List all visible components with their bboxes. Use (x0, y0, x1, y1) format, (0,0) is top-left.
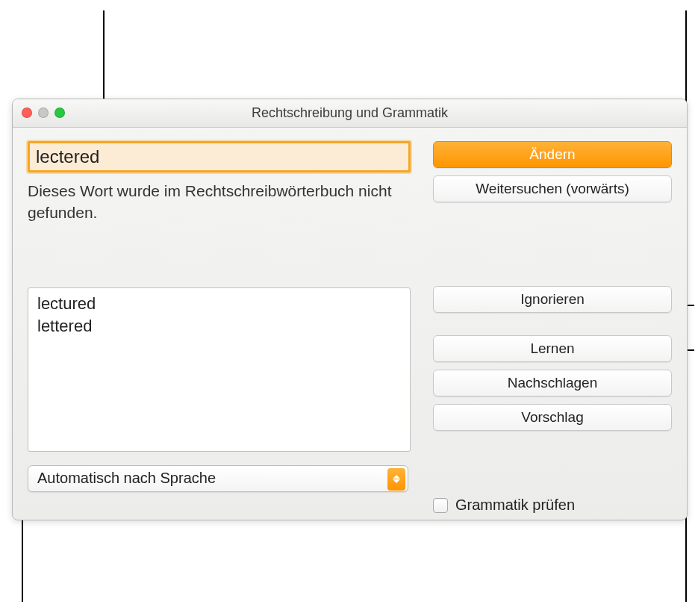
left-column: Dieses Wort wurde im Rechtschreibwörterb… (28, 141, 411, 514)
lookup-button[interactable]: Nachschlagen (433, 370, 672, 396)
suggestion-item[interactable]: lectured (28, 293, 410, 315)
window-controls (22, 108, 65, 118)
grammar-check-row: Grammatik prüfen (433, 497, 672, 514)
titlebar: Rechtschreibung und Grammatik (13, 99, 687, 128)
status-message: Dieses Wort wurde im Rechtschreibwörterb… (28, 180, 411, 224)
suggest-button[interactable]: Vorschlag (433, 404, 672, 431)
updown-arrows-icon (387, 468, 405, 491)
window-title: Rechtschreibung und Grammatik (252, 105, 448, 121)
learn-button[interactable]: Lernen (433, 335, 672, 362)
callout-line-top-left (103, 10, 105, 108)
suggestions-list[interactable]: lectured lettered (28, 287, 411, 452)
close-icon[interactable] (22, 108, 32, 118)
content-area: Dieses Wort wurde im Rechtschreibwörterb… (13, 128, 687, 520)
right-column: Ändern Weitersuchen (vorwärts) Ignoriere… (433, 141, 672, 514)
grammar-checkbox[interactable] (433, 498, 448, 513)
spelling-grammar-window: Rechtschreibung und Grammatik Dieses Wor… (12, 99, 688, 520)
find-next-button[interactable]: Weitersuchen (vorwärts) (433, 175, 672, 202)
spacer (433, 320, 672, 328)
minimize-icon[interactable] (38, 108, 49, 118)
misspelled-word-input[interactable] (28, 141, 411, 172)
language-select[interactable]: Automatisch nach Sprache (28, 465, 408, 492)
language-select-value: Automatisch nach Sprache (37, 470, 216, 487)
maximize-icon[interactable] (54, 108, 65, 118)
grammar-checkbox-label: Grammatik prüfen (455, 497, 575, 514)
ignore-button[interactable]: Ignorieren (433, 286, 672, 313)
change-button[interactable]: Ändern (433, 141, 672, 168)
suggestion-item[interactable]: lettered (28, 315, 410, 337)
spacer (433, 210, 672, 279)
